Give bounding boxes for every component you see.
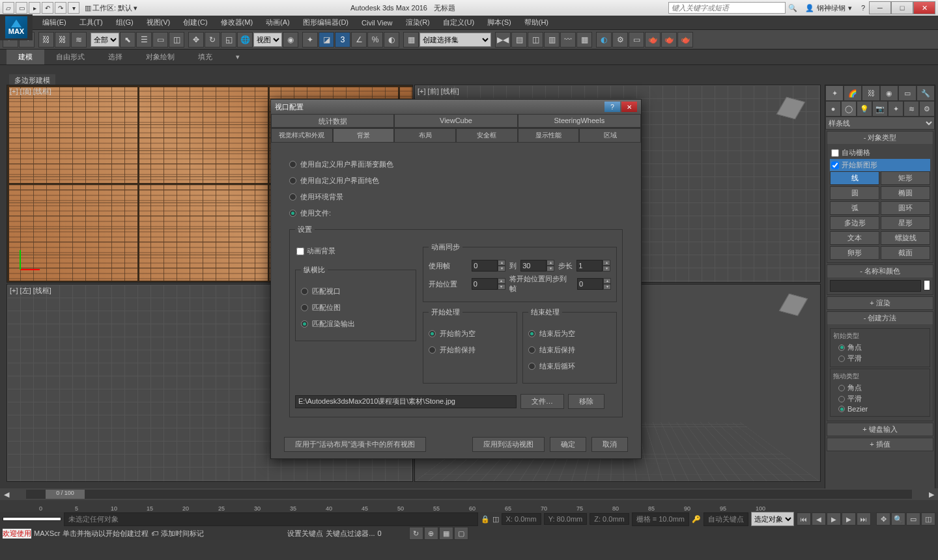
qat-redo[interactable]: ↷: [55, 2, 66, 14]
rollout-interp[interactable]: + 插值: [827, 438, 933, 451]
render-setup[interactable]: ⚙: [612, 32, 628, 48]
material-editor[interactable]: ◐: [596, 32, 612, 48]
workspace-selector[interactable]: ▥工作区: 默认▾: [85, 3, 137, 13]
prev-frame[interactable]: ◀: [812, 512, 826, 525]
radio-custom-gradient[interactable]: 使用自定义用户界面渐变颜色: [289, 160, 623, 169]
close-button[interactable]: ✕: [913, 1, 935, 14]
radio-drag-corner[interactable]: 角点: [833, 382, 927, 393]
rollout-create-method[interactable]: - 创建方法: [827, 312, 933, 324]
render-prod[interactable]: 🫖: [661, 32, 677, 48]
ribbon-freeform[interactable]: 自由形式: [44, 49, 96, 64]
ribbon-modeling[interactable]: 建模: [7, 49, 44, 64]
shape-rect[interactable]: 矩形: [881, 171, 930, 185]
help-icon[interactable]: ?: [861, 4, 865, 12]
color-swatch[interactable]: [924, 280, 930, 290]
tab-viewcube[interactable]: ViewCube: [394, 114, 517, 128]
ribbon-fill[interactable]: 填充: [186, 49, 224, 64]
named-sel-set[interactable]: 创建选择集: [419, 33, 491, 47]
ribbon-selection[interactable]: 选择: [96, 49, 134, 64]
ref-coord-select[interactable]: 视图: [253, 33, 282, 47]
dialog-titlebar[interactable]: 视口配置 ? ✕: [271, 100, 641, 114]
cancel-button[interactable]: 取消: [591, 437, 628, 452]
menu-custom[interactable]: 自定义(U): [436, 18, 481, 27]
search-input[interactable]: [668, 2, 786, 14]
radio-aspect-render[interactable]: 匹配渲染输出: [301, 319, 410, 329]
spinner-to[interactable]: ▴▾: [520, 260, 554, 272]
shape-text[interactable]: 文本: [830, 231, 879, 245]
modify-tab-icon[interactable]: 🌈: [844, 85, 862, 101]
rotate-button[interactable]: ↻: [205, 32, 220, 48]
percent-snap[interactable]: %: [367, 32, 383, 48]
lights-icon[interactable]: 💡: [857, 101, 872, 117]
geom-icon[interactable]: ●: [825, 101, 841, 117]
isolate-icon[interactable]: ◫: [492, 515, 499, 524]
dialog-help-button[interactable]: ?: [604, 102, 620, 112]
autokey-button[interactable]: 自动关键点: [704, 512, 748, 526]
render-frame[interactable]: ▭: [629, 32, 644, 48]
align-button[interactable]: ▤: [511, 32, 527, 48]
dialog-close-button[interactable]: ✕: [621, 102, 637, 112]
systems-icon[interactable]: ⚙: [919, 101, 935, 117]
scale-button[interactable]: ◱: [221, 32, 236, 48]
rollout-object-type[interactable]: - 对象类型: [827, 132, 933, 144]
shape-donut[interactable]: 圆环: [881, 201, 930, 215]
app-logo[interactable]: MAX: [0, 14, 33, 40]
radio-use-file[interactable]: 使用文件:: [289, 208, 623, 218]
menu-view[interactable]: 视图(V): [140, 18, 177, 27]
shape-egg[interactable]: 卵形: [830, 246, 879, 260]
radio-drag-smooth[interactable]: 平滑: [833, 393, 927, 404]
menu-modifier[interactable]: 修改器(M): [214, 18, 260, 27]
menu-anim[interactable]: 动画(A): [259, 18, 296, 27]
goto-start[interactable]: ⏮: [797, 512, 811, 525]
menu-script[interactable]: 脚本(S): [481, 18, 518, 27]
spinner-sync[interactable]: ▴▾: [577, 278, 611, 290]
time-ruler[interactable]: 0510152025303540455055606570758085909510…: [0, 500, 938, 512]
play-button[interactable]: ▶: [827, 512, 841, 525]
nav-min[interactable]: ▢: [454, 527, 468, 540]
radio-init-corner[interactable]: 角点: [833, 342, 927, 353]
snap-toggle[interactable]: ◪: [319, 32, 334, 48]
nav-orbit[interactable]: ↻: [409, 527, 423, 540]
minimize-button[interactable]: ─: [869, 1, 891, 14]
object-name-input[interactable]: [830, 280, 921, 292]
menu-civil[interactable]: Civil View: [355, 19, 399, 27]
keyfilter-button[interactable]: 关键点过滤器...: [326, 529, 375, 539]
radio-drag-bezier[interactable]: Bezier: [833, 404, 927, 413]
shapes-icon[interactable]: ◯: [841, 101, 857, 117]
viewcube-persp-icon[interactable]: [784, 295, 810, 321]
shape-arc[interactable]: 弧: [830, 201, 879, 215]
tab-stats[interactable]: 统计数据: [271, 114, 394, 128]
radio-init-smooth[interactable]: 平滑: [833, 353, 927, 364]
nav-maximize[interactable]: ▦: [439, 527, 453, 540]
tab-steering[interactable]: SteeringWheels: [518, 114, 641, 128]
unlink-button[interactable]: ⛓̷: [55, 32, 70, 48]
mirror-button[interactable]: ▶◀: [495, 32, 511, 48]
nav-zoom[interactable]: 🔍: [891, 512, 905, 525]
checkbox-startnew[interactable]: 开始新图形: [830, 159, 930, 171]
key-icon[interactable]: 🔑: [692, 515, 701, 524]
nav-walk[interactable]: ⊕: [424, 527, 438, 540]
radio-end-hold[interactable]: 结束后保持: [528, 345, 611, 355]
refsys-button[interactable]: 🌐: [237, 32, 253, 48]
rect-select-button[interactable]: ▭: [152, 32, 168, 48]
rollout-name-color[interactable]: - 名称和颜色: [827, 265, 933, 277]
maxscript-label[interactable]: MAXScr: [34, 529, 60, 537]
time-slider[interactable]: ◀ 0 / 100 ▶: [0, 488, 938, 500]
spinner-use-frame[interactable]: ▴▾: [472, 260, 505, 272]
shape-section[interactable]: 截面: [881, 246, 930, 260]
center-button[interactable]: ◉: [283, 32, 298, 48]
menu-geditor[interactable]: 图形编辑器(D): [296, 18, 355, 27]
tab-perf[interactable]: 显示性能: [518, 128, 580, 143]
rollout-render[interactable]: + 渲染: [827, 297, 933, 309]
goto-end[interactable]: ⏭: [857, 512, 871, 525]
remove-button[interactable]: 移除: [568, 394, 604, 409]
ribbon-expand[interactable]: ▾: [224, 50, 251, 64]
radio-end-loop[interactable]: 结束后循环: [528, 361, 611, 371]
checkbox-anim-bg[interactable]: 动画背景: [295, 245, 416, 257]
move-button[interactable]: ✥: [188, 32, 204, 48]
manip-button[interactable]: ✦: [302, 32, 318, 48]
rollout-keyboard[interactable]: + 键盘输入: [827, 423, 933, 436]
menu-render[interactable]: 渲染(R): [399, 18, 436, 27]
z-coord[interactable]: Z: 0.0mm: [590, 513, 629, 525]
menu-edit[interactable]: 编辑(E): [36, 18, 73, 27]
